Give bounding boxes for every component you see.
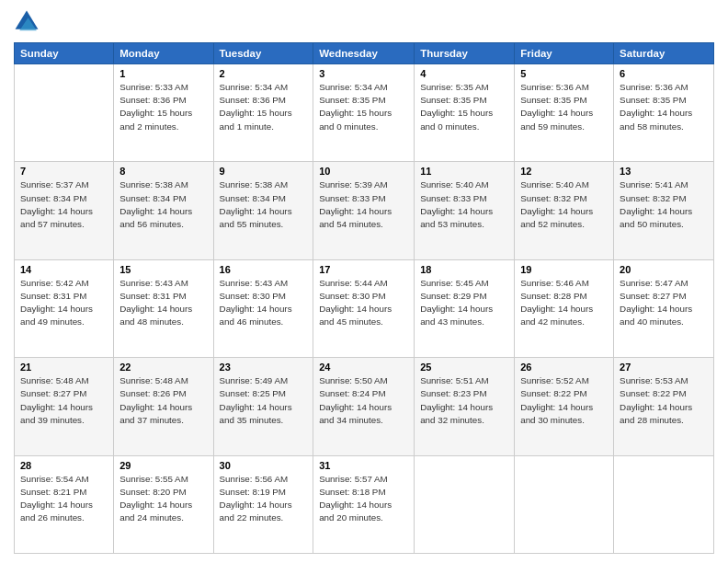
day-info: Sunrise: 5:57 AMSunset: 8:18 PMDaylight:…	[319, 473, 408, 525]
weekday-tuesday: Tuesday	[213, 43, 313, 64]
day-info: Sunrise: 5:40 AMSunset: 8:32 PMDaylight:…	[520, 178, 608, 231]
calendar-cell: 13Sunrise: 5:41 AMSunset: 8:32 PMDayligh…	[614, 162, 714, 259]
day-number: 31	[319, 460, 408, 471]
weekday-sunday: Sunday	[15, 43, 114, 64]
calendar-cell: 16Sunrise: 5:43 AMSunset: 8:30 PMDayligh…	[213, 259, 313, 357]
day-info: Sunrise: 5:53 AMSunset: 8:22 PMDaylight:…	[620, 374, 708, 427]
day-info: Sunrise: 5:55 AMSunset: 8:20 PMDaylight:…	[119, 473, 207, 525]
calendar-week-4: 21Sunrise: 5:48 AMSunset: 8:27 PMDayligh…	[15, 358, 714, 455]
calendar-cell: 29Sunrise: 5:55 AMSunset: 8:20 PMDayligh…	[114, 455, 213, 553]
day-number: 3	[319, 68, 408, 79]
calendar-cell: 27Sunrise: 5:53 AMSunset: 8:22 PMDayligh…	[614, 358, 714, 455]
calendar-header: SundayMondayTuesdayWednesdayThursdayFrid…	[15, 43, 714, 64]
day-number: 14	[20, 264, 108, 275]
day-info: Sunrise: 5:38 AMSunset: 8:34 PMDaylight:…	[220, 178, 308, 231]
day-info: Sunrise: 5:39 AMSunset: 8:33 PMDaylight:…	[319, 178, 408, 231]
day-number: 27	[620, 362, 708, 373]
day-info: Sunrise: 5:35 AMSunset: 8:35 PMDaylight:…	[420, 81, 508, 133]
day-info: Sunrise: 5:43 AMSunset: 8:30 PMDaylight:…	[220, 277, 308, 329]
calendar-cell	[415, 455, 515, 553]
calendar-week-5: 28Sunrise: 5:54 AMSunset: 8:21 PMDayligh…	[15, 455, 714, 553]
day-number: 24	[319, 362, 408, 373]
calendar-cell: 2Sunrise: 5:34 AMSunset: 8:36 PMDaylight…	[213, 64, 313, 162]
calendar-cell: 17Sunrise: 5:44 AMSunset: 8:30 PMDayligh…	[313, 259, 415, 357]
day-info: Sunrise: 5:36 AMSunset: 8:35 PMDaylight:…	[520, 81, 608, 133]
day-info: Sunrise: 5:37 AMSunset: 8:34 PMDaylight:…	[20, 178, 108, 231]
day-number: 25	[420, 362, 508, 373]
header	[14, 9, 714, 35]
calendar-cell: 4Sunrise: 5:35 AMSunset: 8:35 PMDaylight…	[415, 64, 515, 162]
calendar-cell: 11Sunrise: 5:40 AMSunset: 8:33 PMDayligh…	[415, 162, 515, 259]
calendar-cell: 15Sunrise: 5:43 AMSunset: 8:31 PMDayligh…	[114, 259, 213, 357]
calendar-body: 1Sunrise: 5:33 AMSunset: 8:36 PMDaylight…	[15, 64, 714, 554]
day-info: Sunrise: 5:54 AMSunset: 8:21 PMDaylight:…	[20, 473, 108, 525]
calendar-cell: 18Sunrise: 5:45 AMSunset: 8:29 PMDayligh…	[415, 259, 515, 357]
day-number: 22	[119, 362, 207, 373]
day-info: Sunrise: 5:49 AMSunset: 8:25 PMDaylight:…	[220, 374, 308, 427]
weekday-friday: Friday	[515, 43, 614, 64]
day-info: Sunrise: 5:51 AMSunset: 8:23 PMDaylight:…	[420, 374, 508, 427]
day-info: Sunrise: 5:34 AMSunset: 8:35 PMDaylight:…	[319, 81, 408, 133]
calendar-cell: 10Sunrise: 5:39 AMSunset: 8:33 PMDayligh…	[313, 162, 415, 259]
calendar-cell: 26Sunrise: 5:52 AMSunset: 8:22 PMDayligh…	[515, 358, 614, 455]
day-number: 11	[420, 166, 508, 177]
calendar-cell	[15, 64, 114, 162]
day-number: 30	[220, 460, 308, 471]
day-info: Sunrise: 5:41 AMSunset: 8:32 PMDaylight:…	[620, 178, 708, 231]
calendar-cell	[515, 455, 614, 553]
day-number: 23	[220, 362, 308, 373]
day-number: 8	[119, 166, 207, 177]
calendar-cell: 20Sunrise: 5:47 AMSunset: 8:27 PMDayligh…	[614, 259, 714, 357]
day-number: 13	[620, 166, 708, 177]
day-info: Sunrise: 5:50 AMSunset: 8:24 PMDaylight:…	[319, 374, 408, 427]
calendar-cell: 19Sunrise: 5:46 AMSunset: 8:28 PMDayligh…	[515, 259, 614, 357]
day-info: Sunrise: 5:45 AMSunset: 8:29 PMDaylight:…	[420, 277, 508, 329]
logo-icon	[14, 9, 40, 35]
calendar-page: SundayMondayTuesdayWednesdayThursdayFrid…	[0, 0, 728, 563]
day-number: 6	[620, 68, 708, 79]
weekday-header-row: SundayMondayTuesdayWednesdayThursdayFrid…	[15, 43, 714, 64]
calendar-cell: 14Sunrise: 5:42 AMSunset: 8:31 PMDayligh…	[15, 259, 114, 357]
weekday-monday: Monday	[114, 43, 213, 64]
calendar-cell: 7Sunrise: 5:37 AMSunset: 8:34 PMDaylight…	[15, 162, 114, 259]
calendar-cell: 31Sunrise: 5:57 AMSunset: 8:18 PMDayligh…	[313, 455, 415, 553]
day-number: 29	[119, 460, 207, 471]
day-number: 16	[220, 264, 308, 275]
day-number: 20	[620, 264, 708, 275]
day-number: 2	[220, 68, 308, 79]
day-number: 18	[420, 264, 508, 275]
calendar-week-1: 1Sunrise: 5:33 AMSunset: 8:36 PMDaylight…	[15, 64, 714, 162]
day-number: 12	[520, 166, 608, 177]
calendar-table: SundayMondayTuesdayWednesdayThursdayFrid…	[14, 42, 714, 554]
day-info: Sunrise: 5:44 AMSunset: 8:30 PMDaylight:…	[319, 277, 408, 329]
day-number: 4	[420, 68, 508, 79]
day-info: Sunrise: 5:36 AMSunset: 8:35 PMDaylight:…	[620, 81, 708, 133]
day-number: 17	[319, 264, 408, 275]
weekday-saturday: Saturday	[614, 43, 714, 64]
day-number: 19	[520, 264, 608, 275]
day-info: Sunrise: 5:56 AMSunset: 8:19 PMDaylight:…	[220, 473, 308, 525]
calendar-cell: 28Sunrise: 5:54 AMSunset: 8:21 PMDayligh…	[15, 455, 114, 553]
day-number: 7	[20, 166, 108, 177]
day-number: 28	[20, 460, 108, 471]
day-info: Sunrise: 5:34 AMSunset: 8:36 PMDaylight:…	[220, 81, 308, 133]
day-info: Sunrise: 5:48 AMSunset: 8:27 PMDaylight:…	[20, 374, 108, 427]
day-info: Sunrise: 5:42 AMSunset: 8:31 PMDaylight:…	[20, 277, 108, 329]
day-number: 21	[20, 362, 108, 373]
calendar-week-3: 14Sunrise: 5:42 AMSunset: 8:31 PMDayligh…	[15, 259, 714, 357]
day-info: Sunrise: 5:48 AMSunset: 8:26 PMDaylight:…	[119, 374, 207, 427]
calendar-cell: 25Sunrise: 5:51 AMSunset: 8:23 PMDayligh…	[415, 358, 515, 455]
day-info: Sunrise: 5:52 AMSunset: 8:22 PMDaylight:…	[520, 374, 608, 427]
day-number: 15	[119, 264, 207, 275]
day-info: Sunrise: 5:40 AMSunset: 8:33 PMDaylight:…	[420, 178, 508, 231]
calendar-cell: 9Sunrise: 5:38 AMSunset: 8:34 PMDaylight…	[213, 162, 313, 259]
day-number: 9	[220, 166, 308, 177]
calendar-cell: 21Sunrise: 5:48 AMSunset: 8:27 PMDayligh…	[15, 358, 114, 455]
calendar-cell: 24Sunrise: 5:50 AMSunset: 8:24 PMDayligh…	[313, 358, 415, 455]
day-number: 1	[119, 68, 207, 79]
calendar-cell: 1Sunrise: 5:33 AMSunset: 8:36 PMDaylight…	[114, 64, 213, 162]
weekday-thursday: Thursday	[415, 43, 515, 64]
calendar-cell: 5Sunrise: 5:36 AMSunset: 8:35 PMDaylight…	[515, 64, 614, 162]
weekday-wednesday: Wednesday	[313, 43, 415, 64]
day-info: Sunrise: 5:46 AMSunset: 8:28 PMDaylight:…	[520, 277, 608, 329]
